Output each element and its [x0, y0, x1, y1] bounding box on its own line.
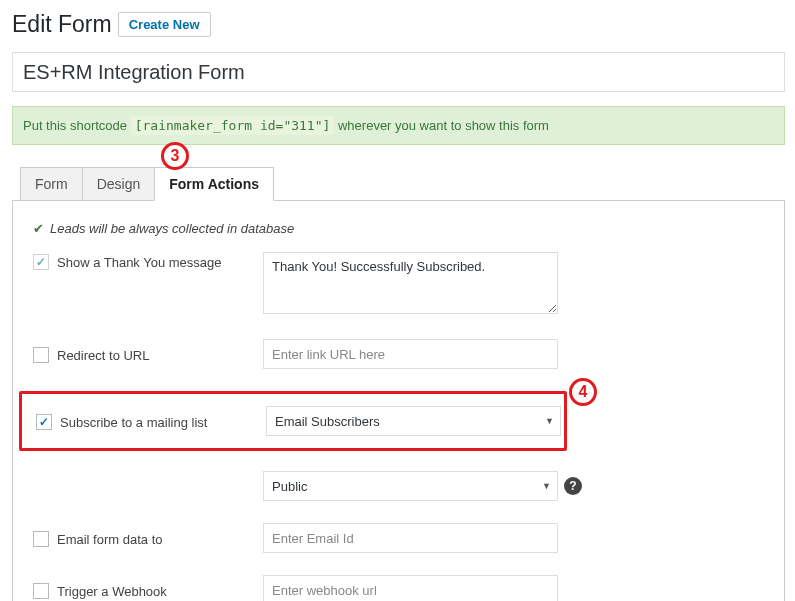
- page-title: Edit Form: [12, 10, 112, 40]
- shortcode-text-pre: Put this shortcode: [23, 118, 131, 133]
- tab-form-actions[interactable]: Form Actions: [154, 167, 274, 201]
- annotation-3: 3: [161, 142, 189, 170]
- webhook-url-input[interactable]: [263, 575, 558, 601]
- form-actions-panel: 4 ✔ Leads will be always collected in da…: [12, 200, 785, 601]
- thank-you-label: Show a Thank You message: [57, 255, 222, 270]
- shortcode-text-post: wherever you want to show this form: [338, 118, 549, 133]
- redirect-label: Redirect to URL: [57, 348, 149, 363]
- form-title-input[interactable]: [12, 52, 785, 92]
- subscribe-label: Subscribe to a mailing list: [60, 415, 207, 430]
- thank-you-textarea[interactable]: Thank You! Successfully Subscribed.: [263, 252, 558, 314]
- chevron-down-icon: ▼: [545, 416, 554, 426]
- create-new-button[interactable]: Create New: [118, 12, 211, 37]
- subscribe-highlight: Subscribe to a mailing list Email Subscr…: [19, 391, 567, 451]
- redirect-checkbox[interactable]: [33, 347, 49, 363]
- visibility-select[interactable]: Public ▼: [263, 471, 558, 501]
- email-to-input[interactable]: [263, 523, 558, 553]
- subscribe-list-value: Email Subscribers: [275, 414, 380, 429]
- tab-form[interactable]: Form: [20, 167, 83, 201]
- shortcode-code: [rainmaker_form id="311"]: [131, 116, 335, 135]
- tab-design[interactable]: Design: [82, 167, 156, 201]
- thank-you-checkbox[interactable]: [33, 254, 49, 270]
- tabs-nav: Form Design Form Actions: [20, 167, 785, 201]
- subscribe-list-select[interactable]: Email Subscribers ▼: [266, 406, 561, 436]
- subscribe-checkbox[interactable]: [36, 414, 52, 430]
- leads-info-text: Leads will be always collected in databa…: [50, 221, 294, 236]
- webhook-label: Trigger a Webhook: [57, 584, 167, 599]
- shortcode-notice: Put this shortcode [rainmaker_form id="3…: [12, 106, 785, 145]
- annotation-4: 4: [569, 378, 597, 406]
- help-icon[interactable]: ?: [564, 477, 582, 495]
- webhook-checkbox[interactable]: [33, 583, 49, 599]
- chevron-down-icon: ▼: [542, 481, 551, 491]
- email-form-label: Email form data to: [57, 532, 163, 547]
- visibility-value: Public: [272, 479, 307, 494]
- redirect-url-input[interactable]: [263, 339, 558, 369]
- email-form-checkbox[interactable]: [33, 531, 49, 547]
- leads-info: ✔ Leads will be always collected in data…: [33, 221, 764, 236]
- check-icon: ✔: [33, 221, 44, 236]
